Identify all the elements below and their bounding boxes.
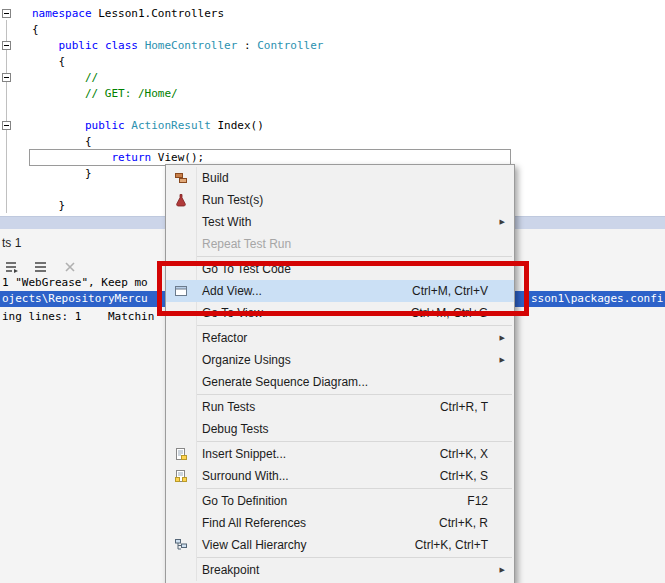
collapse-region-icon[interactable] <box>2 121 11 130</box>
menu-item-repeat-test-run: Repeat Test Run <box>166 233 514 255</box>
menu-item-label: View Call Hierarchy <box>196 538 415 552</box>
menu-item-shortcut: Ctrl+R, T <box>440 400 488 414</box>
code-line: // <box>32 70 323 86</box>
results-panel-title: ts 1 <box>2 236 21 250</box>
menu-item-label: Find All References <box>196 516 439 530</box>
go-to-location-icon[interactable] <box>2 258 22 276</box>
menu-item-label: Run Test(s) <box>196 193 488 207</box>
menu-item-shortcut: Ctrl+K, R <box>439 516 488 530</box>
annotation-box <box>157 261 529 316</box>
menu-separator <box>197 557 512 558</box>
menu-item-label: Surround With... <box>196 469 440 483</box>
menu-separator <box>197 394 512 395</box>
code-line: { <box>32 54 323 70</box>
context-menu: BuildRun Test(s)Test With▶Repeat Test Ru… <box>165 164 515 583</box>
results-toolbar <box>2 257 80 277</box>
menu-item-debug-tests[interactable]: Debug Tests <box>166 418 514 440</box>
selected-result-text-right: sson1\packages.confi <box>531 292 663 305</box>
menu-item-breakpoint[interactable]: Breakpoint▶ <box>166 559 514 581</box>
menu-separator <box>197 441 512 442</box>
menu-item-refactor[interactable]: Refactor▶ <box>166 327 514 349</box>
submenu-arrow-icon: ▶ <box>500 218 505 226</box>
menu-item-run-test-s[interactable]: Run Test(s) <box>166 189 514 211</box>
submenu-arrow-icon: ▶ <box>500 356 505 364</box>
menu-item-label: Refactor <box>196 331 488 345</box>
menu-item-find-all-references[interactable]: Find All ReferencesCtrl+K, R <box>166 512 514 534</box>
code-line: { <box>32 22 323 38</box>
insert-snippet-icon <box>166 447 196 461</box>
menu-item-build[interactable]: Build <box>166 167 514 189</box>
menu-item-shortcut: Ctrl+K, S <box>440 469 488 483</box>
code-line: { <box>32 134 323 150</box>
submenu-arrow-icon: ▶ <box>500 334 505 342</box>
collapse-region-icon[interactable] <box>2 9 11 18</box>
selected-result-text-left: ojects\RepositoryMercu <box>2 292 148 305</box>
menu-item-label: Insert Snippet... <box>196 447 440 461</box>
menu-item-go-to-definition[interactable]: Go To DefinitionF12 <box>166 490 514 512</box>
list-results-icon[interactable] <box>31 258 51 276</box>
menu-item-label: Organize Usings <box>196 353 488 367</box>
menu-item-label: Debug Tests <box>196 422 488 436</box>
menu-item-label: Test With <box>196 215 488 229</box>
code-line <box>32 102 323 118</box>
menu-item-view-call-hierarchy[interactable]: View Call HierarchyCtrl+K, Ctrl+T <box>166 534 514 556</box>
menu-item-organize-usings[interactable]: Organize Usings▶ <box>166 349 514 371</box>
submenu-arrow-icon: ▶ <box>500 566 505 574</box>
code-line: public ActionResult Index() <box>32 118 323 134</box>
menu-separator <box>197 325 512 326</box>
menu-separator <box>197 256 512 257</box>
menu-item-generate-sequence-diagram[interactable]: Generate Sequence Diagram... <box>166 371 514 393</box>
build-icon <box>166 171 196 185</box>
clear-results-icon[interactable] <box>60 258 80 276</box>
surround-with-icon <box>166 469 196 483</box>
collapse-region-icon[interactable] <box>2 73 11 82</box>
menu-item-shortcut: Ctrl+K, Ctrl+T <box>415 538 488 552</box>
menu-item-label: Go To Definition <box>196 494 467 508</box>
menu-item-label: Repeat Test Run <box>196 237 488 251</box>
result-line[interactable]: 1 "WebGrease", Keep mo <box>2 276 148 289</box>
menu-item-label: Build <box>196 171 488 185</box>
menu-item-label: Run Tests <box>196 400 440 414</box>
vs-editor-screen: namespace Lesson1.Controllers{ public cl… <box>0 0 665 583</box>
menu-item-surround-with[interactable]: Surround With...Ctrl+K, S <box>166 465 514 487</box>
collapse-region-icon[interactable] <box>2 41 11 50</box>
menu-item-shortcut: Ctrl+K, X <box>440 447 488 461</box>
menu-item-shortcut: F12 <box>467 494 488 508</box>
menu-item-run-tests[interactable]: Run TestsCtrl+R, T <box>166 396 514 418</box>
menu-separator <box>197 488 512 489</box>
code-line: namespace Lesson1.Controllers <box>32 6 323 22</box>
menu-item-label: Breakpoint <box>196 563 488 577</box>
view-call-hierarchy-icon <box>166 538 196 552</box>
menu-item-label: Generate Sequence Diagram... <box>196 375 488 389</box>
menu-item-test-with[interactable]: Test With▶ <box>166 211 514 233</box>
code-line: public class HomeController : Controller <box>32 38 323 54</box>
code-line: // GET: /Home/ <box>32 86 323 102</box>
run-test-icon <box>166 193 196 207</box>
menu-item-insert-snippet[interactable]: Insert Snippet...Ctrl+K, X <box>166 443 514 465</box>
results-summary-line: ing lines: 1 Matchin <box>2 310 154 323</box>
